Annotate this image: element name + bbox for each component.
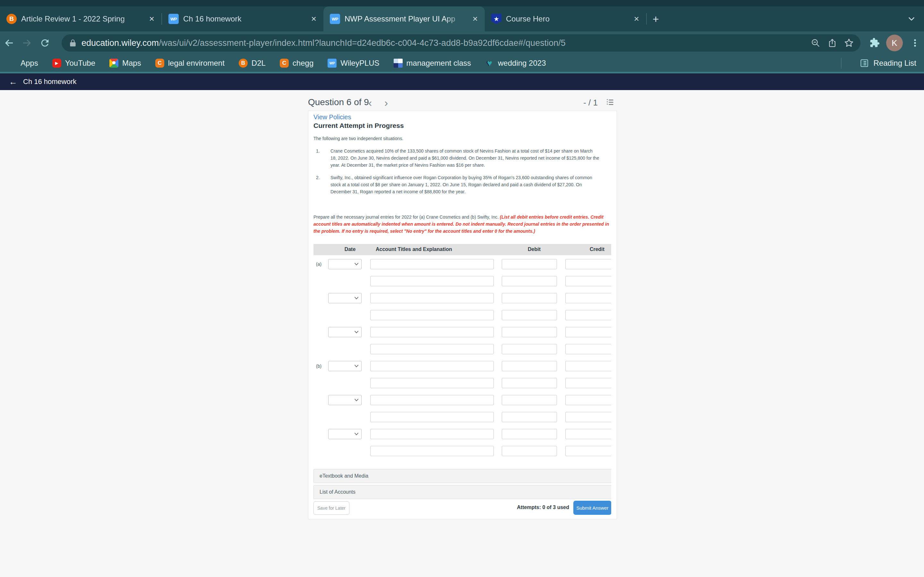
credit-amount-input[interactable] bbox=[565, 327, 617, 337]
debit-amount-input[interactable] bbox=[502, 344, 557, 354]
bookmark-apps[interactable]: Apps bbox=[8, 59, 38, 68]
d2l-favicon: B bbox=[6, 14, 17, 24]
debit-amount-input[interactable] bbox=[502, 412, 557, 422]
bookmark-label: legal enviroment bbox=[168, 59, 225, 68]
maps-icon bbox=[110, 59, 118, 68]
list-of-accounts-accordion[interactable]: List of Accounts bbox=[313, 485, 612, 499]
journal-row-3 bbox=[309, 293, 617, 304]
account-title-input[interactable] bbox=[370, 446, 494, 456]
debit-amount-input[interactable] bbox=[502, 293, 557, 303]
bookmark-d2l[interactable]: BD2L bbox=[239, 59, 266, 68]
browser-toolbar: education.wiley.com/was/ui/v2/assessment… bbox=[0, 31, 924, 55]
tab-close-icon[interactable]: × bbox=[148, 15, 156, 23]
credit-amount-input[interactable] bbox=[565, 259, 617, 269]
heart-icon: ♥ bbox=[485, 59, 494, 68]
share-icon[interactable] bbox=[824, 35, 841, 51]
tab-close-icon[interactable]: × bbox=[471, 15, 479, 23]
bookmark-wileyplus[interactable]: WPWileyPLUS bbox=[328, 59, 379, 68]
zoom-out-icon[interactable] bbox=[807, 35, 824, 51]
date-select[interactable] bbox=[328, 429, 362, 439]
column-header-credit: Credit bbox=[590, 247, 604, 252]
account-title-input[interactable] bbox=[370, 276, 494, 286]
window-top-strip bbox=[0, 0, 924, 6]
date-select[interactable] bbox=[328, 395, 362, 405]
tab-search-chevron-icon[interactable] bbox=[907, 6, 916, 31]
account-title-input[interactable] bbox=[370, 412, 494, 422]
credit-amount-input[interactable] bbox=[565, 276, 617, 286]
entry-group-label: (b) bbox=[316, 364, 321, 369]
next-question-button[interactable]: › bbox=[384, 97, 388, 109]
browser-tab-1[interactable]: BArticle Review 1 - 2022 Spring× bbox=[0, 6, 162, 31]
back-arrow-icon[interactable]: ← bbox=[9, 77, 17, 87]
debit-amount-input[interactable] bbox=[502, 327, 557, 337]
credit-amount-input[interactable] bbox=[565, 395, 617, 405]
submit-answer-button[interactable]: Submit Answer bbox=[573, 501, 612, 515]
account-title-input[interactable] bbox=[370, 327, 494, 337]
account-title-input[interactable] bbox=[370, 361, 494, 371]
debit-amount-input[interactable] bbox=[502, 361, 557, 371]
credit-amount-input[interactable] bbox=[565, 429, 617, 439]
extensions-puzzle-icon[interactable] bbox=[865, 34, 883, 52]
url-bar[interactable]: education.wiley.com/was/ui/v2/assessment… bbox=[61, 34, 861, 52]
debit-amount-input[interactable] bbox=[502, 446, 557, 456]
account-title-input[interactable] bbox=[370, 429, 494, 439]
date-select[interactable] bbox=[328, 361, 362, 371]
credit-amount-input[interactable] bbox=[565, 344, 617, 354]
question-panel: View Policies Current Attempt in Progres… bbox=[308, 111, 617, 519]
credit-amount-input[interactable] bbox=[565, 310, 617, 320]
bookmark-management-class[interactable]: management class bbox=[394, 59, 471, 68]
reading-list-button[interactable]: Reading List bbox=[859, 58, 916, 68]
debit-amount-input[interactable] bbox=[502, 378, 557, 388]
account-title-input[interactable] bbox=[370, 259, 494, 269]
tab-title: Course Hero bbox=[506, 15, 628, 23]
etextbook-media-accordion[interactable]: eTextbook and Media bbox=[313, 469, 612, 483]
browser-tab-2[interactable]: WPCh 16 homework× bbox=[162, 6, 323, 31]
browser-tab-4[interactable]: ★Course Hero× bbox=[485, 6, 646, 31]
bookmark-legal-enviroment[interactable]: Clegal enviroment bbox=[155, 59, 225, 68]
instructions: Prepare all the necessary journal entrie… bbox=[313, 213, 610, 235]
entry-group-label: (a) bbox=[316, 261, 321, 267]
chegg-icon: C bbox=[280, 59, 289, 68]
bookmark-youtube[interactable]: ▶YouTube bbox=[52, 59, 95, 68]
date-select[interactable] bbox=[328, 327, 362, 337]
debit-amount-input[interactable] bbox=[502, 310, 557, 320]
tab-close-icon[interactable]: × bbox=[633, 15, 640, 23]
new-tab-button[interactable]: + bbox=[647, 6, 665, 31]
back-button[interactable] bbox=[0, 34, 18, 52]
debit-amount-input[interactable] bbox=[502, 395, 557, 405]
bookmark-star-icon[interactable] bbox=[841, 35, 857, 51]
credit-amount-input[interactable] bbox=[565, 446, 617, 456]
debit-amount-input[interactable] bbox=[502, 429, 557, 439]
reload-button[interactable] bbox=[36, 34, 54, 52]
situation-1: 1. Crane Cosmetics acquired 10% of the 1… bbox=[313, 147, 599, 169]
bookmark-chegg[interactable]: Cchegg bbox=[280, 59, 313, 68]
account-title-input[interactable] bbox=[370, 395, 494, 405]
account-title-input[interactable] bbox=[370, 344, 494, 354]
date-select[interactable] bbox=[328, 259, 362, 269]
browser-tab-3[interactable]: WPNWP Assessment Player UI App× bbox=[323, 6, 485, 31]
question-list-icon[interactable] bbox=[606, 98, 614, 108]
bookmark-wedding-2023[interactable]: ♥wedding 2023 bbox=[485, 59, 546, 68]
assignment-title: Ch 16 homework bbox=[23, 77, 76, 86]
journal-row-11 bbox=[309, 429, 617, 440]
date-select[interactable] bbox=[328, 293, 362, 303]
save-for-later-button[interactable]: Save for Later bbox=[313, 501, 349, 515]
credit-amount-input[interactable] bbox=[565, 378, 617, 388]
credit-amount-input[interactable] bbox=[565, 293, 617, 303]
account-title-input[interactable] bbox=[370, 310, 494, 320]
view-policies-link[interactable]: View Policies bbox=[313, 113, 351, 121]
previous-question-button[interactable]: ‹ bbox=[368, 97, 372, 109]
bookmark-maps[interactable]: Maps bbox=[110, 59, 141, 68]
account-title-input[interactable] bbox=[370, 378, 494, 388]
tab-close-icon[interactable]: × bbox=[310, 15, 318, 23]
mosaic-icon bbox=[394, 59, 403, 68]
debit-amount-input[interactable] bbox=[502, 259, 557, 269]
debit-amount-input[interactable] bbox=[502, 276, 557, 286]
credit-amount-input[interactable] bbox=[565, 361, 617, 371]
account-title-input[interactable] bbox=[370, 293, 494, 303]
browser-menu-icon[interactable] bbox=[906, 34, 924, 52]
attempt-status: Current Attempt in Progress bbox=[313, 122, 404, 129]
profile-avatar[interactable]: K bbox=[886, 35, 903, 51]
forward-button[interactable] bbox=[18, 34, 36, 52]
credit-amount-input[interactable] bbox=[565, 412, 617, 422]
